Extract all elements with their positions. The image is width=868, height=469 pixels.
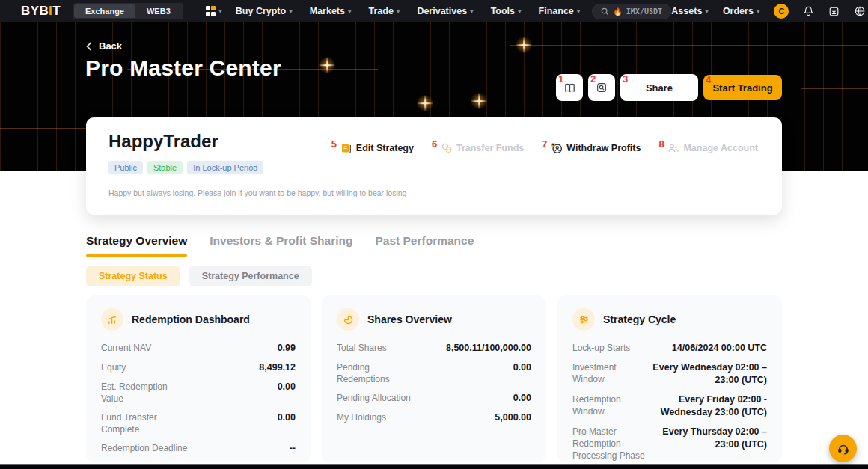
exchange-web3-toggle: Exchange WEB3 — [73, 3, 183, 19]
stat-value: -- — [290, 442, 296, 455]
flame-icon: 🔥 — [613, 7, 622, 16]
stat-label: Redemption Window — [572, 393, 632, 417]
card-rows: Total Shares8,500.11/100,000.00 Pending … — [337, 342, 531, 424]
nav-item-derivatives[interactable]: Derivatives — [417, 6, 473, 16]
chevron-left-icon — [86, 42, 92, 51]
annotation-8: 8 — [658, 139, 664, 149]
language-globe-icon[interactable] — [854, 5, 866, 17]
card-title: Shares Overview — [367, 313, 452, 325]
toggle-web3[interactable]: WEB3 — [135, 4, 182, 18]
notifications-bell-icon[interactable] — [803, 5, 814, 17]
guide-book-button[interactable]: 1 — [556, 74, 583, 101]
annotation-5: 5 — [331, 139, 337, 149]
nav-item-tools[interactable]: Tools — [491, 6, 522, 16]
start-trading-button[interactable]: 4 Start Trading — [703, 75, 782, 100]
subtab-strategy-status[interactable]: Strategy Status — [86, 266, 180, 286]
main-menu: Buy Crypto Markets Trade Derivatives Too… — [236, 6, 581, 16]
badges-row: Public Stable In Lock-up Period — [109, 161, 263, 174]
card-header: Redemption Dashboard — [101, 308, 296, 331]
book-icon — [563, 82, 576, 94]
download-app-icon[interactable] — [828, 6, 840, 17]
stat-row: Est. Redemption Value0.00 — [101, 381, 296, 405]
status-cards: Redemption Dashboard Current NAV0.99 Equ… — [86, 295, 782, 462]
nav-item-finance[interactable]: Finance — [539, 6, 581, 16]
nav-item-markets[interactable]: Markets — [310, 6, 352, 16]
page-title: Pro Master Center — [85, 55, 281, 81]
transfer-funds-button[interactable]: 6 Transfer Funds — [434, 142, 524, 154]
nav-label: Orders — [723, 6, 754, 16]
main-tabs: Strategy Overview Investors & Profit Sha… — [86, 234, 782, 257]
action-label: Edit Strategy — [356, 143, 414, 153]
tab-past-performance[interactable]: Past Performance — [375, 234, 474, 248]
stat-label: My Holdings — [337, 411, 386, 423]
sliders-icon — [572, 308, 595, 331]
headset-icon — [837, 442, 850, 456]
status-badge-lockup: In Lock-up Period — [187, 161, 263, 174]
tab-investors-profit-sharing[interactable]: Investors & Profit Sharing — [210, 234, 352, 248]
annotation-2: 2 — [590, 74, 596, 84]
hero-actions: 1 2 3 Share 4 Start Trading — [556, 74, 782, 101]
stat-value: 8,499.12 — [259, 361, 296, 374]
action-label: Transfer Funds — [456, 143, 524, 153]
status-badge-public: Public — [109, 161, 143, 174]
card-title: Redemption Dashboard — [132, 313, 250, 325]
tab-strategy-overview[interactable]: Strategy Overview — [86, 234, 187, 248]
bybit-logo[interactable]: BYBIT — [21, 4, 61, 19]
manage-account-button[interactable]: 8 Manage Account — [661, 142, 758, 154]
apps-grid-icon — [206, 6, 216, 16]
user-avatar[interactable]: C — [774, 4, 789, 19]
start-trading-label: Start Trading — [712, 82, 772, 94]
stat-row: Redemption Deadline-- — [101, 442, 296, 455]
nav-label: Tools — [491, 6, 515, 16]
nav-label: Buy Crypto — [236, 6, 286, 16]
footer-strip — [0, 464, 868, 469]
back-label: Back — [99, 40, 122, 52]
withdraw-profits-icon — [551, 142, 563, 154]
stat-row: Redemption WindowEvery Friday 02:00 - We… — [572, 393, 767, 419]
stat-row: Lock-up Starts14/06/2024 00:00 UTC — [572, 342, 767, 355]
stat-label: Fund Transfer Complete — [101, 411, 189, 435]
logo-text-2: T — [52, 4, 61, 18]
search-icon — [601, 7, 609, 16]
stat-label: Total Shares — [337, 342, 387, 354]
stat-row: Investment WindowEvery Wednesday 02:00 –… — [572, 361, 767, 387]
stat-label: Redemption Deadline — [101, 442, 187, 454]
nav-item-assets[interactable]: Assets — [671, 6, 709, 16]
edit-strategy-button[interactable]: 5 Edit Strategy — [334, 142, 414, 154]
stat-row: Fund Transfer Complete0.00 — [101, 411, 296, 435]
nav-item-orders[interactable]: Orders — [723, 6, 760, 16]
share-label: Share — [646, 82, 673, 94]
nav-item-trade[interactable]: Trade — [368, 6, 400, 16]
nav-label: Finance — [539, 6, 574, 16]
stat-label: Investment Window — [572, 361, 634, 385]
apps-grid-menu[interactable] — [206, 6, 222, 16]
nav-label: Trade — [368, 6, 393, 16]
top-navbar: BYBIT Exchange WEB3 Buy Crypto Markets T… — [0, 0, 868, 22]
withdraw-profits-button[interactable]: 7 Withdraw Profits — [544, 142, 641, 154]
action-label: Withdraw Profits — [566, 143, 641, 153]
support-chat-button[interactable] — [829, 435, 857, 462]
stat-label: Pro Master Redemption Processing Phase — [572, 426, 661, 462]
back-button[interactable]: Back — [86, 40, 122, 52]
strategy-description: Happy but always losing. Please join if … — [109, 188, 406, 197]
toggle-exchange[interactable]: Exchange — [74, 4, 135, 18]
stat-row: Pro Master Redemption Processing PhaseEv… — [572, 426, 767, 462]
stat-label: Est. Redemption Value — [101, 381, 189, 405]
subtab-strategy-performance[interactable]: Strategy Performance — [189, 266, 312, 286]
stat-value: 5,000.00 — [495, 411, 531, 424]
card-rows: Lock-up Starts14/06/2024 00:00 UTC Inves… — [572, 342, 767, 469]
stat-value: Every Friday 02:00 - Wednesday 23:00 (UT… — [632, 393, 767, 419]
stat-value: 0.00 — [278, 381, 296, 393]
preview-button[interactable]: 2 — [588, 74, 615, 101]
navbar-right: Assets Orders C — [671, 4, 866, 19]
search-query-text: IMX/USDT — [626, 7, 662, 16]
action-label: Manage Account — [683, 143, 758, 153]
nav-item-buy-crypto[interactable]: Buy Crypto — [236, 6, 293, 16]
annotation-1: 1 — [558, 74, 563, 84]
share-button[interactable]: 3 Share — [620, 74, 698, 101]
stat-label: Pending Redemptions — [337, 361, 425, 385]
preview-icon — [596, 82, 608, 94]
search-input[interactable]: 🔥 IMX/USDT — [592, 4, 671, 19]
stat-row: Pending Redemptions0.00 — [337, 361, 531, 385]
stat-value: Every Thursday 02:00 – 23:00 (UTC) — [661, 426, 767, 451]
